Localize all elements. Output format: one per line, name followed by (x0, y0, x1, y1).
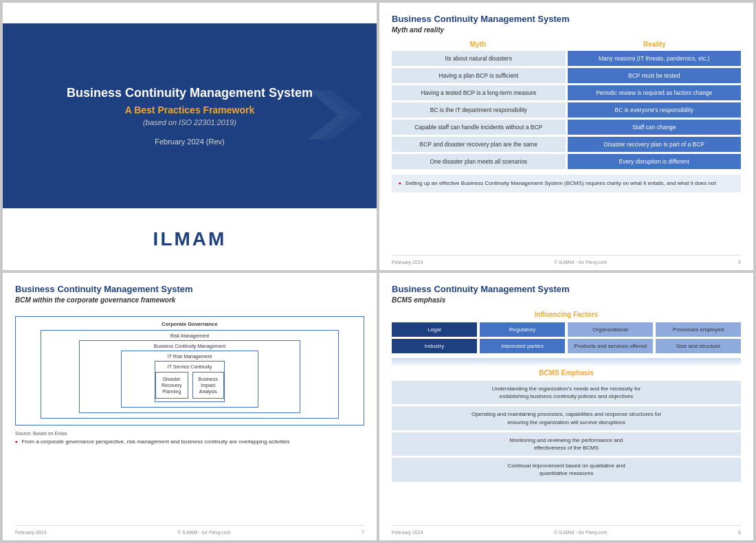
slide1-title: Business Continuity Management System (67, 86, 313, 100)
gov-label-itrm: IT Risk Management (124, 354, 255, 359)
slide3-source: Source: Based on Enisa (15, 431, 364, 436)
slide-2: Business Continuity Management System My… (379, 3, 753, 270)
myth-cell-2: Having a plan BCP is sufficient (392, 68, 566, 83)
myth-column-header: Myth (392, 41, 564, 48)
factor-legal: Legal (392, 322, 477, 337)
influencing-title: Influencing Factors (392, 311, 741, 318)
gov-box-drp: DisasterRecoveryPlanning (155, 372, 188, 399)
slide1-top-bar (3, 3, 377, 23)
reality-cell-2: BCP must be tested (568, 68, 742, 83)
slide-1: Business Continuity Management System A … (3, 3, 377, 270)
gov-label-rm: Risk Management (44, 333, 336, 338)
footer-center: © ILMAM - for Flevy.com (554, 530, 607, 535)
factor-industry: Industry (392, 339, 477, 353)
governance-chart: Corporate Governance Risk Management Bus… (15, 316, 364, 425)
slide2-subtitle: Myth and reality (392, 26, 741, 34)
slide1-logo-area: ILMAM (3, 208, 377, 270)
reality-column-header: Reality (568, 41, 741, 48)
factors-row2: Industry Interested parties Products and… (392, 339, 741, 353)
footer-right: 7 (362, 530, 364, 535)
gov-box-bia: Business ImpactAnalysis (192, 372, 224, 399)
footer-left: February 2024 (392, 530, 423, 535)
slide2-title: Business Continuity Management System (392, 14, 741, 24)
slide2-note: ▪ Setting up an effective Business Conti… (392, 175, 741, 192)
factors-row1: Legal Regulatory Organizational Processe… (392, 322, 741, 337)
factor-organizational: Organizational (568, 322, 653, 337)
reality-cell-5: Staff can change (568, 120, 742, 135)
reality-cell-3: Periodic review is required as factors c… (568, 85, 742, 100)
factor-processes: Processes employed (656, 322, 741, 337)
gov-label-corp: Corporate Governance (20, 321, 359, 327)
factor-products: Products and services offered (568, 339, 653, 353)
emphasis-row-3: Monitoring and reviewing the performance… (392, 432, 741, 456)
emphasis-row-2: Operating and maintaining processes, cap… (392, 406, 741, 430)
note-text: From a corporate governance perspective,… (22, 439, 290, 445)
wave-divider (392, 358, 741, 366)
slide3-title: Business Continuity Management System (15, 284, 364, 294)
reality-cell-4: BC is everyone's responsibility (568, 102, 742, 118)
footer-right: 8 (738, 530, 741, 535)
slide3-note: ▪ From a corporate governance perspectiv… (15, 439, 364, 445)
slide-4: Business Continuity Management System BC… (379, 273, 753, 540)
myth-reality-grid: Its about natural disasters Many reasons… (392, 51, 741, 169)
factor-interested: Interested parties (480, 339, 565, 353)
source-label: Source: Based on Enisa (15, 431, 67, 436)
gov-box-rm: Risk Management Business Continuity Mana… (41, 330, 340, 419)
myth-cell-1: Its about natural disasters (392, 51, 566, 66)
slide1-date: February 2024 (Rev) (155, 137, 225, 146)
slide4-title: Business Continuity Management System (392, 284, 741, 294)
footer-right: 6 (738, 260, 741, 265)
slide2-footer: February 2024 © ILMAM - for Flevy.com 6 (392, 255, 741, 265)
emphasis-row-4: Continual improvement based on qualitati… (392, 458, 741, 481)
myth-cell-4: BC is the IT department responsibility (392, 102, 566, 118)
slide4-footer: February 2024 © ILMAM - for Flevy.com 8 (392, 525, 741, 535)
gov-box-itsc: IT Service Continuity DisasterRecoveryPl… (155, 361, 225, 402)
footer-left: February 2024 (15, 530, 47, 535)
gov-box-itrm: IT Risk Management IT Service Continuity… (121, 351, 258, 408)
slide1-based: (based on ISO 22301:2019) (143, 118, 236, 126)
note-bullet-icon: ▪ (15, 439, 18, 445)
footer-center: © ILMAM - for Flevy.com (177, 530, 230, 535)
slide3-footer: February 2024 © ILMAM - for Flevy.com 7 (15, 525, 364, 535)
factor-size: Size and structure (656, 339, 741, 353)
reality-cell-7: Every disruption is different (568, 154, 742, 169)
reality-cell-6: Disaster recovery plan is part of a BCP (568, 137, 742, 152)
footer-left: February 2024 (392, 260, 423, 265)
emphasis-row-1: Understanding the organization's needs a… (392, 381, 741, 404)
slide-3: Business Continuity Management System BC… (3, 273, 377, 540)
note-bullet-icon: ▪ (399, 180, 401, 187)
myth-cell-7: One disaster plan meets all scenarios (392, 154, 566, 169)
myth-cell-5: Capable staff can handle incidents witho… (392, 120, 566, 135)
myth-cell-3: Having a tested BCP is a long-term measu… (392, 85, 566, 100)
slide3-subtitle: BCM within the corporate governance fram… (15, 296, 364, 304)
slide1-logo: ILMAM (153, 228, 227, 250)
slide4-subtitle: BCMS emphasis (392, 296, 741, 304)
slide1-main-area: Business Continuity Management System A … (3, 23, 377, 208)
gov-label-itsc: IT Service Continuity (158, 364, 222, 369)
reality-cell-1: Many reasons (IT threats, pandemics, etc… (568, 51, 742, 66)
factor-regulatory: Regulatory (480, 322, 565, 337)
myth-reality-header: Myth Reality (392, 41, 741, 48)
footer-center: © ILMAM - for Flevy.com (554, 260, 607, 265)
note-text: Setting up an effective Business Continu… (405, 180, 716, 186)
myth-cell-6: BCP and disaster recovery plan are the s… (392, 137, 566, 152)
bcms-emphasis-title: BCMS Emphasis (392, 369, 741, 377)
gov-box-bcm: Business Continuity Management IT Risk M… (79, 340, 301, 413)
gov-inner-row: DisasterRecoveryPlanning Business Impact… (158, 372, 222, 399)
gov-label-bcm: Business Continuity Management (82, 344, 298, 348)
slide1-subtitle: A Best Practices Framework (125, 104, 255, 115)
